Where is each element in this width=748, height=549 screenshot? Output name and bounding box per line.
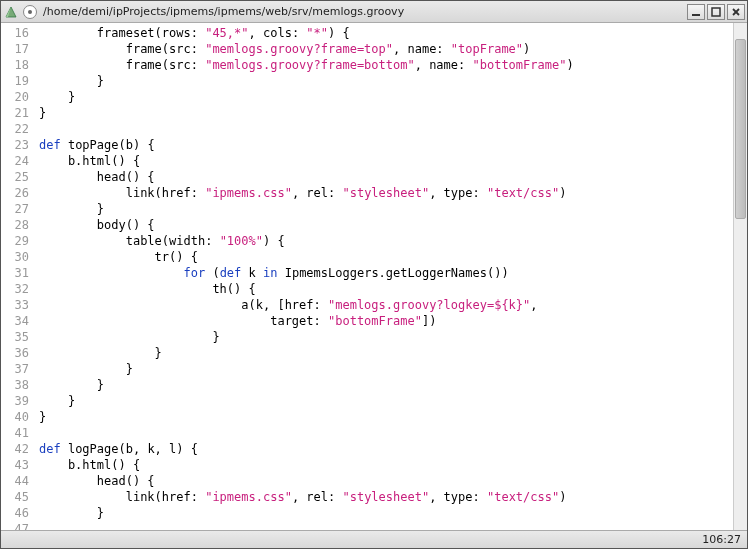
line-number: 22 — [1, 121, 29, 137]
cursor-position: 106:27 — [702, 533, 741, 546]
code-line[interactable]: b.html() { — [39, 153, 733, 169]
line-number: 21 — [1, 105, 29, 121]
code-line[interactable]: } — [39, 329, 733, 345]
line-number: 26 — [1, 185, 29, 201]
close-button[interactable] — [727, 4, 745, 20]
code-line[interactable]: } — [39, 409, 733, 425]
code-line[interactable] — [39, 425, 733, 441]
code-line[interactable] — [39, 521, 733, 530]
code-line[interactable]: table(width: "100%") { — [39, 233, 733, 249]
code-line[interactable]: target: "bottomFrame"]) — [39, 313, 733, 329]
code-line[interactable]: frame(src: "memlogs.groovy?frame=bottom"… — [39, 57, 733, 73]
svg-rect-2 — [692, 14, 700, 16]
line-number: 38 — [1, 377, 29, 393]
line-number: 42 — [1, 441, 29, 457]
line-number: 32 — [1, 281, 29, 297]
code-line[interactable]: } — [39, 73, 733, 89]
code-line[interactable]: head() { — [39, 169, 733, 185]
code-line[interactable]: } — [39, 89, 733, 105]
code-line[interactable]: def topPage(b) { — [39, 137, 733, 153]
line-number: 46 — [1, 505, 29, 521]
code-line[interactable]: for (def k in IpmemsLoggers.getLoggerNam… — [39, 265, 733, 281]
maximize-button[interactable] — [707, 4, 725, 20]
line-number: 31 — [1, 265, 29, 281]
editor-window: /home/demi/ipProjects/ipmems/ipmems/web/… — [0, 0, 748, 549]
code-line[interactable]: } — [39, 201, 733, 217]
line-number: 23 — [1, 137, 29, 153]
code-line[interactable]: link(href: "ipmems.css", rel: "styleshee… — [39, 489, 733, 505]
code-line[interactable] — [39, 121, 733, 137]
line-number: 27 — [1, 201, 29, 217]
editor-area: 1617181920212223242526272829303132333435… — [1, 23, 747, 530]
line-number: 17 — [1, 41, 29, 57]
line-number: 35 — [1, 329, 29, 345]
code-line[interactable]: } — [39, 361, 733, 377]
code-line[interactable]: body() { — [39, 217, 733, 233]
code-line[interactable]: tr() { — [39, 249, 733, 265]
line-number: 33 — [1, 297, 29, 313]
code-line[interactable]: frameset(rows: "45,*", cols: "*") { — [39, 25, 733, 41]
code-line[interactable]: a(k, [href: "memlogs.groovy?logkey=${k}"… — [39, 297, 733, 313]
line-number: 30 — [1, 249, 29, 265]
window-title: /home/demi/ipProjects/ipmems/ipmems/web/… — [43, 5, 404, 18]
app-icon — [3, 4, 19, 20]
line-number: 19 — [1, 73, 29, 89]
line-number-gutter: 1617181920212223242526272829303132333435… — [1, 23, 35, 530]
line-number: 45 — [1, 489, 29, 505]
code-line[interactable]: } — [39, 505, 733, 521]
line-number: 29 — [1, 233, 29, 249]
line-number: 28 — [1, 217, 29, 233]
line-number: 41 — [1, 425, 29, 441]
line-number: 44 — [1, 473, 29, 489]
maximize-icon — [711, 7, 721, 17]
close-icon — [731, 7, 741, 17]
line-number: 36 — [1, 345, 29, 361]
line-number: 24 — [1, 153, 29, 169]
line-number: 20 — [1, 89, 29, 105]
titlebar[interactable]: /home/demi/ipProjects/ipmems/ipmems/web/… — [1, 1, 747, 23]
line-number: 39 — [1, 393, 29, 409]
code-line[interactable]: } — [39, 345, 733, 361]
code-view[interactable]: frameset(rows: "45,*", cols: "*") { fram… — [35, 23, 733, 530]
code-line[interactable]: def logPage(b, k, l) { — [39, 441, 733, 457]
line-number: 25 — [1, 169, 29, 185]
document-icon — [23, 5, 37, 19]
code-line[interactable]: head() { — [39, 473, 733, 489]
statusbar: 106:27 — [1, 530, 747, 548]
code-line[interactable]: b.html() { — [39, 457, 733, 473]
line-number: 34 — [1, 313, 29, 329]
line-number: 18 — [1, 57, 29, 73]
minimize-button[interactable] — [687, 4, 705, 20]
code-line[interactable]: th() { — [39, 281, 733, 297]
code-line[interactable]: frame(src: "memlogs.groovy?frame=top", n… — [39, 41, 733, 57]
minimize-icon — [691, 7, 701, 17]
line-number: 40 — [1, 409, 29, 425]
code-line[interactable]: link(href: "ipmems.css", rel: "styleshee… — [39, 185, 733, 201]
line-number: 16 — [1, 25, 29, 41]
code-line[interactable]: } — [39, 377, 733, 393]
code-line[interactable]: } — [39, 393, 733, 409]
line-number: 37 — [1, 361, 29, 377]
scrollbar-thumb[interactable] — [735, 39, 746, 219]
line-number: 47 — [1, 521, 29, 530]
vertical-scrollbar[interactable] — [733, 23, 747, 530]
code-line[interactable]: } — [39, 105, 733, 121]
svg-rect-3 — [712, 8, 720, 16]
line-number: 43 — [1, 457, 29, 473]
